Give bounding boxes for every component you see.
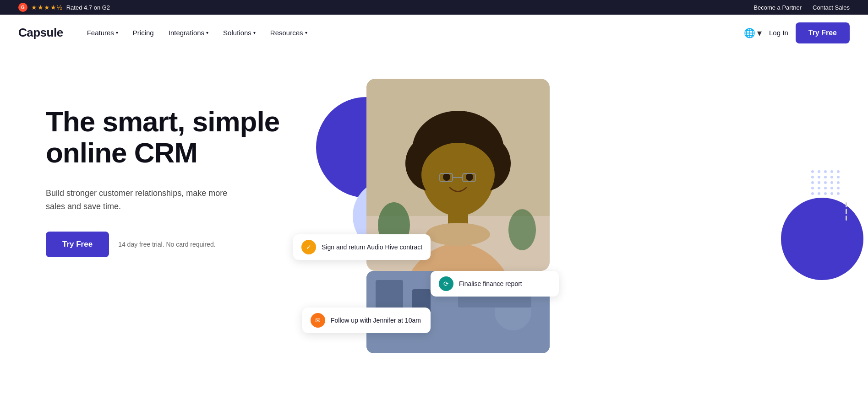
decorative-circle-right [781, 198, 863, 280]
topbar-right: Become a Partner Contact Sales [753, 4, 850, 11]
login-button[interactable]: Log In [769, 29, 788, 37]
nav-resources[interactable]: Resources ▾ [265, 25, 313, 40]
nav-right: 🌐 ▾ Log In Try Free [744, 22, 850, 43]
hero-right: ✓ Sign and return Audio Hive contract ⟳ … [311, 79, 850, 344]
notif-text-3: Follow up with Jennifer at 10am [331, 317, 421, 324]
notif-text-1: Sign and return Audio Hive contract [322, 243, 422, 251]
nav-pricing[interactable]: Pricing [127, 25, 159, 40]
notification-card-2: ⟳ Finalise finance report [431, 271, 559, 297]
svg-point-4 [426, 223, 490, 246]
chevron-down-icon: ▾ [757, 27, 762, 38]
chevron-down-icon: ▾ [253, 30, 256, 35]
become-partner-link[interactable]: Become a Partner [753, 4, 802, 11]
notif-text-2: Finalise finance report [459, 280, 522, 287]
hero-title: The smart, simple online CRM [46, 106, 284, 168]
language-selector[interactable]: 🌐 ▾ [744, 27, 762, 38]
navigation: Capsule Features ▾ Pricing Integrations … [0, 15, 868, 51]
svg-point-16 [508, 209, 536, 250]
notif-icon-1: ✓ [301, 240, 316, 254]
topbar: G ★★★★½ Rated 4.7 on G2 Become a Partner… [0, 0, 868, 15]
topbar-left: G ★★★★½ Rated 4.7 on G2 [18, 3, 110, 12]
hero-section: The smart, simple online CRM Build stron… [0, 51, 868, 378]
hero-left: The smart, simple online CRM Build stron… [46, 79, 284, 257]
resize-handle[interactable] [842, 202, 850, 221]
hero-try-free-button[interactable]: Try Free [46, 232, 109, 257]
hero-cta: Try Free 14 day free trial. No card requ… [46, 232, 284, 257]
rating-text: Rated 4.7 on G2 [66, 4, 110, 11]
nav-links: Features ▾ Pricing Integrations ▾ Soluti… [82, 25, 744, 40]
chevron-down-icon: ▾ [116, 30, 118, 35]
g2-logo: G [18, 3, 27, 12]
nav-features[interactable]: Features ▾ [82, 25, 124, 40]
globe-icon: 🌐 [744, 27, 755, 38]
rating-stars: ★★★★½ [31, 4, 63, 11]
svg-point-10 [443, 173, 450, 181]
notification-card-3: ✉ Follow up with Jennifer at 10am [302, 308, 431, 333]
svg-point-11 [466, 173, 473, 181]
notif-icon-2: ⟳ [439, 276, 453, 291]
notification-card-1: ✓ Sign and return Audio Hive contract [293, 234, 431, 260]
chevron-down-icon: ▾ [206, 30, 208, 35]
nav-integrations[interactable]: Integrations ▾ [163, 25, 214, 40]
notif-icon-3: ✉ [311, 313, 325, 328]
hero-subtitle: Build stronger customer relationships, m… [46, 187, 238, 213]
svg-point-9 [421, 143, 495, 207]
chevron-down-icon: ▾ [305, 30, 307, 35]
nav-try-free-button[interactable]: Try Free [796, 22, 850, 43]
trial-text: 14 day free trial. No card required. [118, 241, 215, 248]
contact-sales-link[interactable]: Contact Sales [813, 4, 850, 11]
logo[interactable]: Capsule [18, 26, 63, 40]
nav-solutions[interactable]: Solutions ▾ [218, 25, 261, 40]
dots-decoration [811, 170, 841, 195]
